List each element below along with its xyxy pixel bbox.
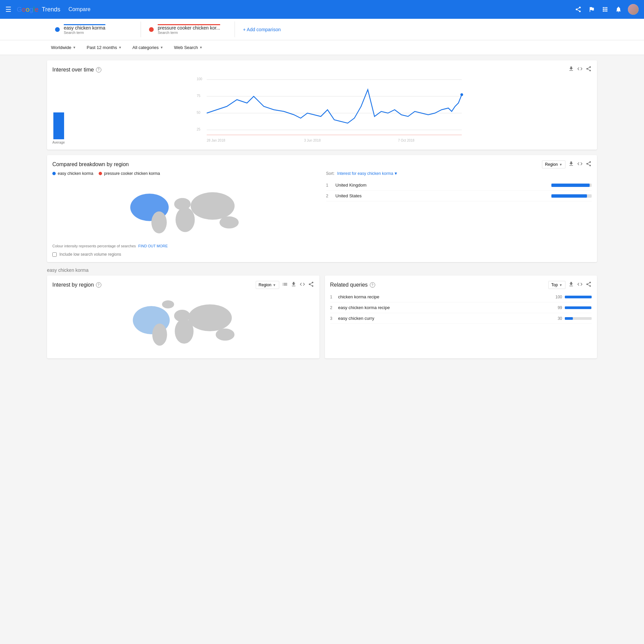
- svg-point-14: [162, 300, 174, 308]
- menu-icon[interactable]: ☰: [5, 5, 11, 13]
- rq-download-icon[interactable]: [568, 281, 574, 289]
- ibr-share-icon[interactable]: [308, 281, 314, 289]
- apps-icon[interactable]: [601, 5, 609, 13]
- include-low-row: Include low search volume regions: [52, 252, 318, 257]
- interest-by-region-card: Interest by region ? Region ▼: [47, 276, 319, 358]
- sort-value: Interest for easy chicken korma: [337, 171, 393, 176]
- region-bar-container-1: [551, 184, 592, 187]
- y-label-75: 75: [197, 94, 201, 98]
- average-bar: [53, 112, 64, 139]
- interest-over-time-help[interactable]: ?: [96, 67, 101, 72]
- category-filter[interactable]: All categories ▼: [129, 43, 167, 52]
- svg-point-10: [188, 304, 232, 331]
- y-label-25: 25: [197, 128, 201, 131]
- rq-top-dropdown[interactable]: Top ▼: [548, 281, 565, 289]
- search-term-2[interactable]: pressure cooker chicken kor... Search te…: [141, 21, 235, 37]
- rq-embed-icon[interactable]: [577, 281, 583, 289]
- term2-dot: [149, 27, 154, 32]
- rq-share-icon[interactable]: [586, 281, 592, 289]
- query-bar: [565, 296, 592, 298]
- category-filter-label: All categories: [133, 45, 159, 50]
- ibr-list-icon[interactable]: [282, 281, 288, 289]
- world-map: [52, 180, 318, 240]
- query-name: easy chicken curry: [338, 316, 550, 321]
- interest-by-region-actions: Region ▼: [256, 281, 314, 289]
- legend-term1: easy chicken korma: [52, 171, 93, 176]
- ibr-region-arrow: ▼: [273, 283, 276, 287]
- y-label-50: 50: [197, 111, 201, 114]
- y-label-100: 100: [197, 77, 202, 81]
- sort-label: Sort:: [326, 171, 335, 176]
- rq-top-arrow: ▼: [559, 283, 562, 287]
- main-content: Interest over time ? Average: [0, 55, 644, 364]
- ibr-region-dropdown[interactable]: Region ▼: [256, 281, 279, 289]
- x-label-jan: 28 Jan 2018: [207, 139, 225, 142]
- header-logo: Google Trends: [17, 6, 60, 13]
- ibr-download-icon[interactable]: [291, 281, 297, 289]
- compare-label: Compare: [68, 6, 91, 12]
- breakdown-download-icon[interactable]: [568, 161, 574, 168]
- interest-over-time-card: Interest over time ? Average: [47, 60, 597, 150]
- region-num-1: 1: [326, 183, 332, 188]
- sort-select[interactable]: Interest for easy chicken korma ▼: [337, 171, 398, 176]
- average-label: Average: [52, 141, 65, 144]
- location-filter[interactable]: Worldwide ▼: [47, 43, 80, 52]
- ibr-world-map: [52, 292, 314, 352]
- user-avatar[interactable]: [628, 4, 639, 15]
- svg-point-13: [216, 329, 235, 341]
- map-note-text: Colour intensity represents percentage o…: [52, 244, 136, 248]
- query-bar-container: [565, 306, 592, 309]
- time-filter[interactable]: Past 12 months ▼: [83, 43, 126, 52]
- query-name: chicken korma recipe: [338, 294, 550, 299]
- svg-point-12: [152, 324, 167, 346]
- query-bar-container: [565, 317, 592, 320]
- chart-svg: 100 75 50 25 28 Jan 201: [70, 76, 592, 143]
- term1-info: easy chicken korma Search term: [64, 24, 105, 35]
- term2-type: Search term: [158, 31, 220, 35]
- find-out-more-link[interactable]: FIND OUT MORE: [138, 244, 168, 248]
- search-term-1[interactable]: easy chicken korma Search term: [47, 21, 141, 37]
- line-chart: 100 75 50 25 28 Jan 201: [70, 76, 592, 144]
- download-icon[interactable]: [568, 66, 574, 73]
- africa: [176, 207, 195, 232]
- interest-over-time-actions: [568, 66, 592, 73]
- region-bar-container-2: [551, 194, 592, 198]
- notifications-icon[interactable]: [614, 5, 623, 13]
- category-filter-arrow: ▼: [160, 46, 163, 49]
- search-type-filter[interactable]: Web Search ▼: [170, 43, 207, 52]
- breakdown-embed-icon[interactable]: [577, 161, 583, 168]
- include-low-checkbox[interactable]: [52, 252, 57, 257]
- ibr-region-label: Region: [259, 283, 271, 287]
- breakdown-share-icon[interactable]: [586, 161, 592, 168]
- interest-by-region-help[interactable]: ?: [96, 282, 101, 288]
- map-left: easy chicken korma pressure cooker chick…: [52, 171, 318, 257]
- rq-top-label: Top: [551, 283, 558, 287]
- header-actions: [574, 4, 639, 15]
- query-score: 100: [552, 295, 562, 299]
- legend-term1-label: easy chicken korma: [58, 171, 93, 176]
- embed-icon[interactable]: [577, 66, 583, 73]
- line-end-dot: [460, 93, 463, 96]
- map-container: easy chicken korma pressure cooker chick…: [52, 171, 592, 257]
- region-bar-1: [551, 184, 590, 187]
- header: ☰ Google Trends Compare: [0, 0, 644, 19]
- location-filter-arrow: ▼: [72, 46, 76, 49]
- legend-dot-term2: [99, 172, 102, 175]
- related-queries-help[interactable]: ?: [370, 282, 375, 288]
- interest-over-time-title-group: Interest over time ?: [52, 67, 101, 73]
- interest-by-region-title-group: Interest by region ?: [52, 282, 101, 288]
- compared-breakdown-actions: Region ▼: [542, 160, 592, 168]
- ibr-embed-icon[interactable]: [299, 281, 305, 289]
- term2-info: pressure cooker chicken kor... Search te…: [158, 24, 220, 35]
- flag-icon[interactable]: [588, 5, 596, 13]
- share-icon[interactable]: [574, 5, 582, 13]
- section-title: easy chicken korma: [47, 267, 597, 273]
- term1-type: Search term: [64, 31, 105, 35]
- share-chart-icon[interactable]: [586, 66, 592, 73]
- region-num-2: 2: [326, 194, 332, 198]
- region-dropdown[interactable]: Region ▼: [542, 160, 565, 168]
- time-filter-arrow: ▼: [118, 46, 122, 49]
- chart-container: Average 100 75 50 25: [52, 76, 592, 144]
- add-comparison-button[interactable]: + Add comparison: [235, 24, 289, 35]
- south-america: [151, 211, 167, 233]
